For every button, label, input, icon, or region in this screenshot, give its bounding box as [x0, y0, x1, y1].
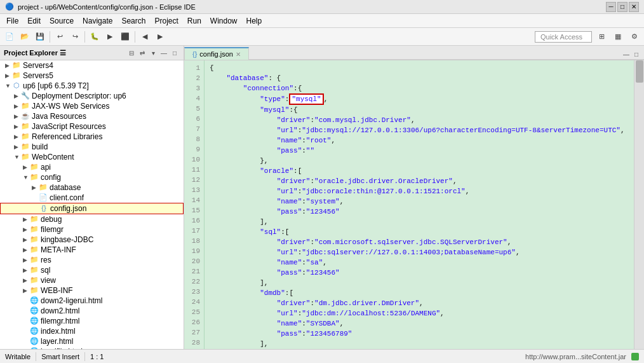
- menu-search[interactable]: Search: [117, 15, 149, 27]
- tree-item-js-resources[interactable]: ▶ 📁 JavaScript Resources: [0, 121, 184, 132]
- menu-project[interactable]: Project: [151, 15, 182, 27]
- undo-button[interactable]: ↩: [53, 30, 67, 44]
- tree-item-filemgr[interactable]: ▶ 📁 filemgr: [0, 224, 184, 235]
- close-button[interactable]: ✕: [629, 2, 639, 12]
- tree-label: debug: [41, 215, 62, 224]
- tree-item-client-conf[interactable]: 📄 client.conf: [0, 193, 184, 203]
- editor-tab-controls: — □: [619, 49, 644, 60]
- views-button[interactable]: ▦: [611, 30, 625, 44]
- tree-arrow: ▶: [32, 184, 38, 191]
- save-button[interactable]: 💾: [33, 30, 47, 44]
- tree-label: config.json: [50, 204, 86, 213]
- editor-tab-config-json[interactable]: {} config.json ✕: [184, 47, 249, 60]
- code-editor[interactable]: { "database": { "connection":{ "type":"m…: [205, 60, 634, 349]
- editor-outer: 12345 678910 1112131415 1617181920 21222…: [184, 60, 644, 349]
- tree-item-up6[interactable]: ▼ ⬡ up6 [up6 6.5.39 T2]: [0, 81, 184, 91]
- tree-label: kingbase-JDBC: [41, 235, 93, 244]
- menu-run[interactable]: Run: [184, 15, 205, 27]
- tree-item-sql[interactable]: ▶ 📁 sql: [0, 265, 184, 275]
- tree-arrow: ▶: [5, 72, 11, 79]
- status-smart-insert: Smart Insert: [41, 353, 79, 360]
- folder-icon: 📁: [20, 153, 30, 161]
- tree-label: localfile.html: [41, 347, 83, 349]
- pe-collapse-button[interactable]: ⊟: [126, 48, 137, 58]
- tree-item-database[interactable]: ▶ 📁 database: [0, 182, 184, 193]
- scroll-thumb[interactable]: [636, 60, 643, 83]
- vertical-scrollbar[interactable]: [636, 60, 643, 349]
- tree-arrow: ▶: [23, 226, 29, 233]
- forward-button[interactable]: ▶: [153, 30, 167, 44]
- tree-item-api[interactable]: ▶ 📁 api: [0, 162, 184, 172]
- redo-button[interactable]: ↪: [68, 30, 82, 44]
- folder-icon: 📁: [11, 61, 22, 70]
- minimize-button[interactable]: ─: [606, 2, 616, 12]
- tree-item-layer[interactable]: 🌐 layer.html: [0, 336, 184, 346]
- tree-item-config[interactable]: ▼ 📁 config: [0, 172, 184, 182]
- perspectives-button[interactable]: ⊞: [594, 30, 608, 44]
- pe-maximize-button[interactable]: □: [170, 48, 180, 58]
- back-button[interactable]: ◀: [138, 30, 152, 44]
- tree-arrow: ▶: [14, 93, 20, 99]
- status-writable: Writable: [5, 353, 30, 360]
- title-bar: 🔵 project - up6/WebContent/config/config…: [0, 0, 644, 14]
- tree-item-down2-ligerui[interactable]: 🌐 down2-ligerui.html: [0, 296, 184, 306]
- tree-item-jaxws[interactable]: ▶ 📁 JAX-WS Web Services: [0, 101, 184, 111]
- status-indicator: [631, 353, 639, 360]
- conf-icon: 📄: [38, 193, 48, 202]
- tree-item-meta-inf[interactable]: ▶ 📁 META-INF: [0, 245, 184, 255]
- menu-file[interactable]: File: [3, 15, 22, 27]
- pe-minimize-button[interactable]: —: [159, 48, 169, 58]
- tree-item-java-resources[interactable]: ▶ ☕ Java Resources: [0, 111, 184, 121]
- tree-item-servers5[interactable]: ▶ 📁 Servers5: [0, 71, 184, 81]
- quick-access-area: Quick Access ⊞ ▦ ⚙: [535, 30, 641, 44]
- tree-item-filemgr-html[interactable]: 🌐 filemgr.html: [0, 316, 184, 326]
- tree-label: api: [41, 163, 51, 172]
- tree-item-webcontent[interactable]: ▼ 📁 WebContent: [0, 152, 184, 162]
- tree-item-debug[interactable]: ▶ 📁 debug: [0, 214, 184, 224]
- maximize-button[interactable]: □: [617, 2, 627, 12]
- tree-item-down2[interactable]: 🌐 down2.html: [0, 306, 184, 316]
- tree-item-web-inf[interactable]: ▶ 📁 WEB-INF: [0, 285, 184, 296]
- folder-icon: 📁: [38, 183, 48, 192]
- quick-access-box[interactable]: Quick Access: [535, 31, 592, 43]
- run-button[interactable]: ▶: [103, 30, 117, 44]
- pe-menu-button[interactable]: ▾: [148, 48, 158, 58]
- menu-source[interactable]: Source: [46, 15, 77, 27]
- tree-arrow: ▶: [14, 134, 20, 140]
- tree-item-kingbase-jdbc[interactable]: ▶ 📁 kingbase-JDBC: [0, 235, 184, 245]
- open-button[interactable]: 📂: [18, 30, 32, 44]
- menu-navigate[interactable]: Navigate: [79, 15, 116, 27]
- tree-item-ref-libs[interactable]: ▶ 📁 Referenced Libraries: [0, 132, 184, 142]
- project-explorer-panel: Project Explorer ☰ ⊟ ⇄ ▾ — □ ▶ 📁 Servers…: [0, 46, 184, 349]
- tree-arrow: ▼: [14, 154, 20, 160]
- java-res-icon: ☕: [20, 112, 30, 121]
- pe-link-button[interactable]: ⇄: [137, 48, 147, 58]
- tree-item-config-json[interactable]: {} config.json: [0, 203, 184, 214]
- stop-button[interactable]: ⬛: [118, 30, 132, 44]
- menu-window[interactable]: Window: [206, 15, 241, 27]
- new-button[interactable]: 📄: [3, 30, 17, 44]
- project-tree: ▶ 📁 Servers4 ▶ 📁 Servers5 ▼ ⬡ up6 [up6 6…: [0, 60, 184, 349]
- tree-label: view: [41, 276, 56, 285]
- project-explorer-toolbar: ⊟ ⇄ ▾ — □: [126, 48, 180, 58]
- tab-close-button[interactable]: ✕: [236, 51, 241, 58]
- settings-button[interactable]: ⚙: [627, 30, 641, 44]
- tree-item-build[interactable]: ▶ 📁 build: [0, 142, 184, 152]
- tree-item-servers4[interactable]: ▶ 📁 Servers4: [0, 60, 184, 71]
- tree-item-deployment[interactable]: ▶ 🔧 Deployment Descriptor: up6: [0, 91, 184, 101]
- tree-item-index[interactable]: 🌐 index.html: [0, 326, 184, 336]
- tree-label: down2.html: [41, 306, 79, 315]
- folder-icon: 📁: [20, 142, 30, 151]
- menu-help[interactable]: Help: [243, 15, 266, 27]
- folder-icon: 📁: [29, 266, 39, 275]
- debug-button[interactable]: 🐛: [88, 30, 102, 44]
- tree-item-view[interactable]: ▶ 📁 view: [0, 275, 184, 285]
- editor-maximize-button[interactable]: □: [631, 49, 641, 59]
- tree-label: WEB-INF: [41, 286, 73, 295]
- html-icon: 🌐: [29, 306, 39, 315]
- tree-item-res[interactable]: ▶ 📁 res: [0, 255, 184, 265]
- menu-edit[interactable]: Edit: [23, 15, 44, 27]
- tree-arrow: ▶: [14, 144, 20, 150]
- editor-minimize-button[interactable]: —: [621, 49, 631, 59]
- tree-item-localfile[interactable]: 🌐 localfile.html: [0, 346, 184, 349]
